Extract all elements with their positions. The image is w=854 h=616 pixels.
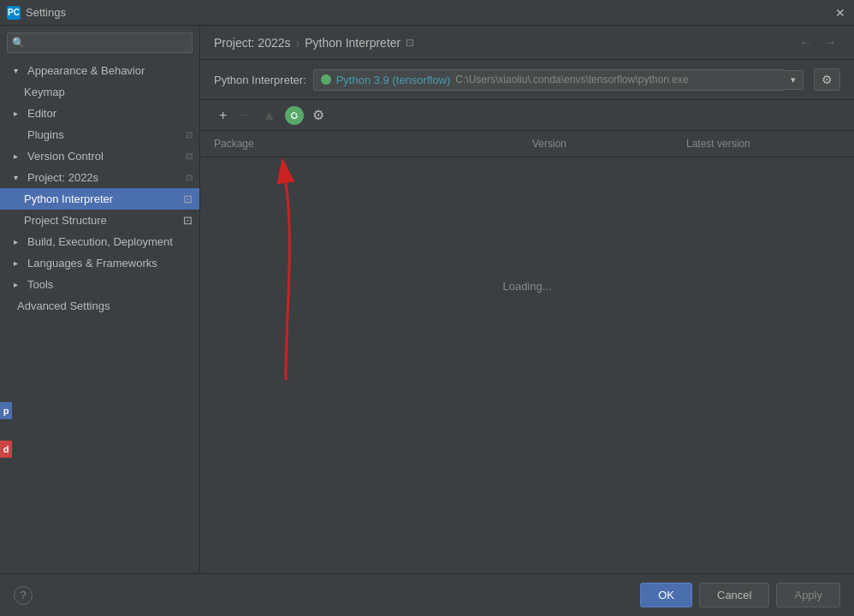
packages-section: + − ▲ ⚙ Package Version Latest version	[200, 100, 854, 573]
chevron-right-icon: ▸	[14, 109, 22, 118]
breadcrumb-bar: Project: 2022s › Python Interpreter ⊡ ← …	[200, 26, 854, 60]
sidebar-item-label: Appearance & Behavior	[27, 64, 145, 77]
search-icon: 🔍	[12, 37, 25, 49]
sidebar-item-label: Plugins	[27, 128, 64, 141]
sidebar-item-label: Project Structure	[24, 214, 107, 227]
side-label-d: d	[0, 441, 12, 458]
sidebar-item-project-2022s[interactable]: ▾ Project: 2022s ⊡	[0, 167, 199, 188]
app-icon: PC	[7, 6, 21, 20]
back-button[interactable]: ←	[796, 33, 816, 52]
close-button[interactable]: ✕	[833, 6, 847, 20]
title-bar-left: PC Settings	[7, 6, 66, 20]
interpreter-path: C:\Users\xiaoliu\.conda\envs\tensorflow\…	[455, 74, 688, 86]
status-indicator	[321, 74, 331, 85]
interpreter-name: Python 3.9 (tensorflow)	[336, 74, 451, 86]
sidebar: 🔍 ▾ Appearance & Behavior Keymap ▸ Edito…	[0, 26, 200, 573]
breadcrumb-separator: ›	[296, 36, 300, 50]
refresh-icon	[289, 110, 299, 121]
title-bar-controls: ✕	[833, 6, 847, 20]
sidebar-item-label: Build, Execution, Deployment	[27, 235, 173, 248]
remove-package-button[interactable]: −	[235, 106, 253, 125]
chevron-down-icon: ▾	[14, 173, 22, 182]
chevron-right-icon: ▸	[14, 280, 22, 289]
side-label-p: p	[0, 402, 12, 419]
sidebar-item-label: Keymap	[24, 86, 65, 98]
interpreter-select[interactable]: Python 3.9 (tensorflow) C:\Users\xiaoliu…	[313, 69, 784, 91]
sidebar-item-keymap[interactable]: Keymap	[0, 81, 199, 103]
window-title: Settings	[26, 6, 66, 19]
sidebar-item-plugins[interactable]: ▸ Plugins ⊡	[0, 124, 199, 145]
title-bar: PC Settings ✕	[0, 0, 854, 26]
breadcrumb-current: Python Interpreter	[305, 36, 400, 50]
sidebar-item-python-interpreter[interactable]: Python Interpreter ⊡	[0, 188, 199, 210]
loading-indicator: Loading...	[200, 157, 854, 414]
nav-arrows: ← →	[796, 33, 840, 52]
sidebar-item-version-control[interactable]: ▸ Version Control ⊡	[0, 145, 199, 167]
col-latest-version: Latest version	[686, 134, 840, 153]
refresh-button[interactable]	[285, 106, 304, 125]
sidebar-item-advanced-settings[interactable]: Advanced Settings	[0, 295, 199, 317]
add-package-button[interactable]: +	[214, 106, 232, 125]
badge-icon: ⊡	[186, 173, 193, 182]
sidebar-item-label: Tools	[27, 278, 53, 291]
packages-toolbar: + − ▲ ⚙	[200, 100, 854, 131]
sidebar-item-label: Editor	[27, 107, 56, 120]
search-input[interactable]	[7, 33, 193, 53]
up-button[interactable]: ▲	[258, 106, 282, 125]
sidebar-item-appearance[interactable]: ▾ Appearance & Behavior	[0, 60, 199, 81]
badge-icon: ⊡	[186, 130, 193, 139]
cancel-button[interactable]: Cancel	[699, 583, 769, 607]
table-header: Package Version Latest version	[200, 131, 854, 157]
sidebar-item-label: Project: 2022s	[27, 171, 98, 184]
breadcrumb-project: Project: 2022s	[214, 36, 291, 50]
content-area: Project: 2022s › Python Interpreter ⊡ ← …	[200, 26, 854, 573]
sidebar-item-tools[interactable]: ▸ Tools	[0, 274, 199, 295]
sidebar-item-label: Languages & Frameworks	[27, 257, 157, 270]
chevron-right-icon: ▸	[14, 258, 22, 268]
chevron-right-icon: ▸	[14, 237, 22, 246]
badge-icon: ⊡	[186, 151, 193, 161]
interpreter-settings-button[interactable]: ⚙	[814, 68, 840, 91]
sidebar-item-editor[interactable]: ▸ Editor	[0, 103, 199, 124]
interpreter-label: Python Interpreter:	[214, 74, 306, 86]
sidebar-item-label: Version Control	[27, 150, 104, 163]
breadcrumb: Project: 2022s › Python Interpreter ⊡	[214, 36, 414, 50]
badge-icon: ⊡	[183, 192, 193, 205]
help-button[interactable]: ?	[14, 586, 33, 605]
bottom-bar: ? OK Cancel Apply	[0, 573, 854, 616]
sidebar-item-build-execution[interactable]: ▸ Build, Execution, Deployment	[0, 231, 199, 252]
sidebar-item-label: Python Interpreter	[24, 192, 113, 205]
bottom-right: OK Cancel Apply	[640, 583, 840, 607]
chevron-down-icon: ▾	[14, 66, 22, 75]
interpreter-select-wrap: Python 3.9 (tensorflow) C:\Users\xiaoliu…	[313, 69, 804, 91]
col-package: Package	[214, 134, 532, 153]
loading-text: Loading...	[502, 280, 551, 293]
badge-icon: ⊡	[183, 214, 193, 227]
chevron-right-icon: ▸	[14, 151, 22, 161]
breadcrumb-icon: ⊡	[406, 37, 414, 49]
ok-button[interactable]: OK	[640, 583, 692, 607]
interpreter-dropdown-button[interactable]: ▾	[784, 70, 804, 90]
bottom-left: ?	[14, 586, 33, 605]
forward-button[interactable]: →	[820, 33, 840, 52]
sidebar-item-project-structure[interactable]: Project Structure ⊡	[0, 210, 199, 231]
sidebar-item-label: Advanced Settings	[17, 299, 110, 312]
sidebar-item-languages-frameworks[interactable]: ▸ Languages & Frameworks	[0, 252, 199, 274]
apply-button[interactable]: Apply	[776, 583, 840, 607]
col-version: Version	[532, 134, 686, 153]
packages-table: Loading...	[200, 157, 854, 573]
search-box[interactable]: 🔍	[7, 33, 193, 53]
package-settings-button[interactable]: ⚙	[307, 105, 329, 125]
interpreter-row: Python Interpreter: Python 3.9 (tensorfl…	[200, 60, 854, 100]
